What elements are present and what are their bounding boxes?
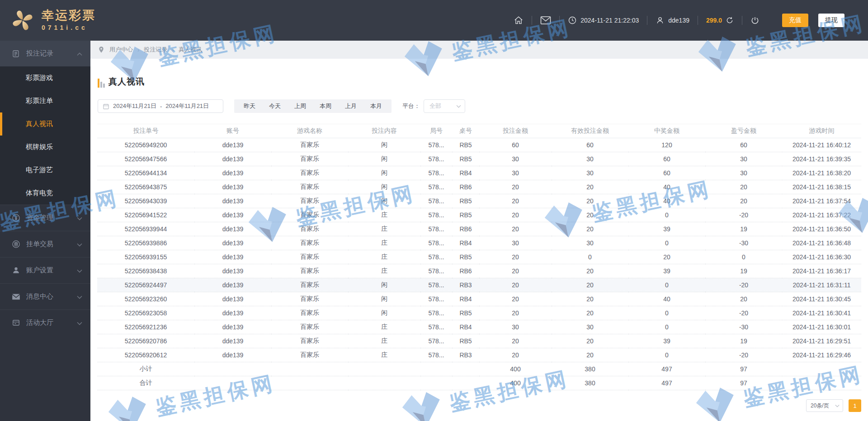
breadcrumb-user-center[interactable]: 用户中心: [109, 46, 133, 54]
sidebar-group-pending-orders[interactable]: 挂单交易: [0, 231, 90, 257]
table-row[interactable]: 522056949200 dde139 百家乐 闲 578... RB5 60 …: [97, 138, 861, 152]
calendar-icon: [103, 103, 109, 110]
cell-bet-content: 闲: [348, 194, 420, 208]
table-row[interactable]: 522056941522 dde139 百家乐 庄 578... RB5 20 …: [97, 208, 861, 222]
cell-game-time: 2024-11-21 16:36:48: [782, 236, 861, 250]
brand-logo[interactable]: 幸运彩票 0711i.cc: [0, 8, 96, 33]
cell-round-id: 578...: [420, 166, 452, 180]
cell-table-id: RB6: [452, 222, 479, 236]
page-size-select[interactable]: 20条/页: [806, 399, 843, 412]
cell-bet-amount: 20: [479, 194, 552, 208]
sidebar-group-bet-records[interactable]: 投注记录: [0, 41, 90, 66]
cell-table-id: RB5: [452, 306, 479, 320]
cell-round-id: 578...: [420, 236, 452, 250]
quick-range-this-month[interactable]: 本月: [363, 99, 389, 113]
date-range-input[interactable]: 2024年11月21日 - 2024年11月21日: [98, 99, 223, 113]
sidebar-item-board-games[interactable]: 棋牌娱乐: [0, 136, 90, 159]
cell-win-amount: 40: [628, 180, 705, 194]
cell-game-name: 百家乐: [271, 292, 348, 306]
cell-table-id: RB3: [452, 348, 479, 362]
table-row[interactable]: 522056943039 dde139 百家乐 闲 578... RB5 20 …: [97, 194, 861, 208]
cell-bet-amount: 30: [479, 166, 552, 180]
app-root: 幸运彩票 0711i.cc 2024-11-21 21:22:03 dde139: [0, 0, 868, 421]
table-row[interactable]: 522056923260 dde139 百家乐 闲 578... RB4 20 …: [97, 292, 861, 306]
mail-icon[interactable]: [540, 16, 551, 25]
cell-table-id: RB5: [452, 152, 479, 166]
table-row[interactable]: 522056939886 dde139 百家乐 庄 578... RB4 30 …: [97, 236, 861, 250]
sidebar-item-lottery-games[interactable]: 彩票游戏: [0, 66, 90, 89]
date-start: 2024年11月21日: [113, 102, 156, 110]
table-row[interactable]: 522056939944 dde139 百家乐 庄 578... RB6 20 …: [97, 222, 861, 236]
platform-select[interactable]: 全部: [424, 99, 465, 113]
recharge-button[interactable]: 充值: [782, 14, 808, 27]
table-row[interactable]: 522056920612 dde139 百家乐 庄 578... RB3 20 …: [97, 348, 861, 362]
cell-account: dde139: [194, 250, 271, 264]
cell-profit-loss: 20: [705, 194, 782, 208]
quick-range-yesterday[interactable]: 昨天: [237, 99, 262, 113]
table-row[interactable]: 522056923058 dde139 百家乐 闲 578... RB5 20 …: [97, 306, 861, 320]
sidebar-group-account-settings[interactable]: 账户设置: [0, 257, 90, 283]
date-separator: -: [160, 103, 162, 110]
withdraw-button[interactable]: 提现: [818, 14, 844, 27]
bar-chart-icon: [98, 79, 105, 88]
table-row[interactable]: 522056939155 dde139 百家乐 庄 578... RB5 20 …: [97, 250, 861, 264]
quick-range-this-week[interactable]: 本周: [313, 99, 338, 113]
cell-valid-bet-amount: 30: [552, 166, 628, 180]
table-row[interactable]: 522056943875 dde139 百家乐 闲 578... RB6 20 …: [97, 180, 861, 194]
cell-win-amount: 0: [628, 208, 705, 222]
clover-logo-icon: [10, 8, 35, 33]
cell-valid-bet-amount: 20: [552, 194, 628, 208]
quick-range-today[interactable]: 今天: [262, 99, 288, 113]
cell-bet-content: 庄: [348, 250, 420, 264]
sidebar-item-label: 彩票注单: [26, 97, 53, 105]
cell-order-id: 522056941522: [97, 208, 194, 222]
table-row[interactable]: 522056924497 dde139 百家乐 闲 578... RB3 20 …: [97, 278, 861, 292]
quick-range-last-week[interactable]: 上周: [288, 99, 313, 113]
table-row[interactable]: 522056921236 dde139 百家乐 庄 578... RB4 30 …: [97, 320, 861, 334]
breadcrumb-bet-records[interactable]: 投注记录: [144, 46, 167, 54]
sidebar-group-message-center[interactable]: 消息中心: [0, 283, 90, 309]
cell-table-id: RB6: [452, 180, 479, 194]
user-account[interactable]: dde139: [656, 16, 689, 25]
cell-profit-loss: 19: [705, 222, 782, 236]
cell-win-amount: 40: [628, 292, 705, 306]
cell-account: dde139: [194, 292, 271, 306]
table-row[interactable]: 522056920786 dde139 百家乐 庄 578... RB5 20 …: [97, 334, 861, 348]
cell-bet-content: 庄: [348, 236, 420, 250]
clock-icon: [568, 16, 577, 25]
cell-order-id: 522056939944: [97, 222, 194, 236]
pagination: 20条/页 1: [97, 399, 861, 412]
table-row[interactable]: 522056947566 dde139 百家乐 闲 578... RB5 30 …: [97, 152, 861, 166]
total-bet: 400: [479, 376, 552, 390]
subtotal-valid: 380: [552, 362, 628, 376]
cell-win-amount: 20: [628, 250, 705, 264]
cell-bet-content: 闲: [348, 166, 420, 180]
cell-game-name: 百家乐: [271, 152, 348, 166]
table-row[interactable]: 522056938438 dde139 百家乐 庄 578... RB6 20 …: [97, 264, 861, 278]
coins-circle-icon: [11, 239, 21, 249]
page-number-button[interactable]: 1: [849, 399, 861, 412]
cell-table-id: RB5: [452, 208, 479, 222]
quick-range-last-month[interactable]: 上月: [338, 99, 363, 113]
cell-account: dde139: [194, 236, 271, 250]
refresh-icon[interactable]: [726, 16, 734, 24]
sidebar-group-label: 资金管理: [26, 214, 53, 222]
cell-game-time: 2024-11-21 16:37:54: [782, 194, 861, 208]
cell-bet-amount: 30: [479, 320, 552, 334]
home-icon[interactable]: [514, 15, 524, 25]
sidebar-group-activity-hall[interactable]: 活动大厅: [0, 309, 90, 336]
sidebar-group-funds[interactable]: 资金管理: [0, 205, 90, 231]
cell-valid-bet-amount: 20: [552, 292, 628, 306]
cell-game-time: 2024-11-21 16:29:51: [782, 334, 861, 348]
sidebar-item-electronic-games[interactable]: 电子游艺: [0, 159, 90, 182]
sidebar-item-live-video[interactable]: 真人视讯: [0, 112, 90, 136]
sidebar-item-lottery-orders[interactable]: 彩票注单: [0, 89, 90, 112]
cell-game-name: 百家乐: [271, 222, 348, 236]
table-row[interactable]: 522056944134 dde139 百家乐 闲 578... RB4 30 …: [97, 166, 861, 180]
username: dde139: [668, 17, 689, 24]
logout-power-icon[interactable]: [750, 16, 760, 25]
cell-bet-content: 闲: [348, 306, 420, 320]
sidebar-item-sports-esports[interactable]: 体育电竞: [0, 182, 90, 205]
cell-profit-loss: -20: [705, 306, 782, 320]
table-header-row: 投注单号 账号 游戏名称 投注内容 局号 桌号 投注金额 有效投注金额 中奖金额…: [97, 124, 861, 138]
